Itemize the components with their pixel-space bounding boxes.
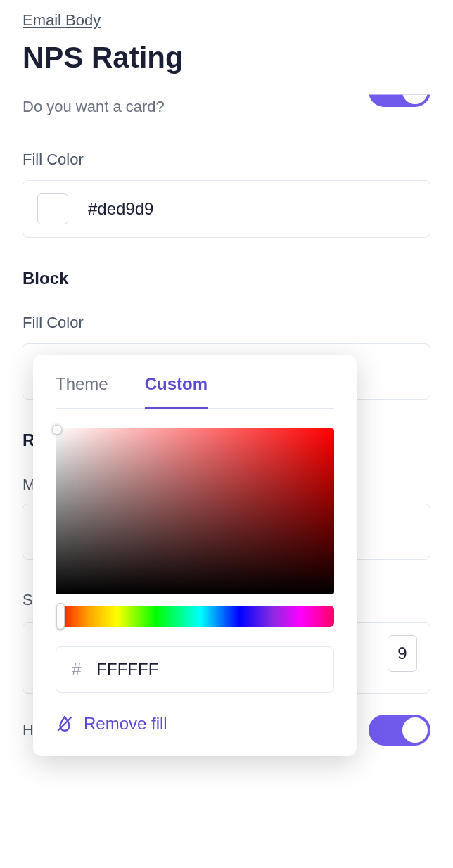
card-toggle[interactable] bbox=[369, 76, 430, 107]
help-text-toggle[interactable] bbox=[369, 715, 430, 746]
tab-custom[interactable]: Custom bbox=[145, 374, 208, 409]
remove-fill-label: Remove fill bbox=[84, 714, 167, 734]
card-prompt-row: Do you want a card? bbox=[23, 91, 430, 122]
fill-color-value: #ded9d9 bbox=[88, 199, 153, 219]
card-prompt-text: Do you want a card? bbox=[23, 98, 165, 116]
score-last[interactable]: 9 bbox=[388, 635, 417, 672]
saturation-value-panel[interactable] bbox=[56, 428, 334, 594]
block-heading: Block bbox=[23, 269, 430, 288]
hex-hash: # bbox=[72, 660, 81, 679]
hex-input[interactable]: # bbox=[56, 646, 334, 693]
remove-fill-icon bbox=[56, 715, 74, 733]
fill-color-swatch[interactable] bbox=[37, 193, 68, 224]
hue-thumb[interactable] bbox=[56, 603, 65, 630]
toggle-knob bbox=[402, 717, 428, 743]
remove-fill-button[interactable]: Remove fill bbox=[56, 714, 334, 734]
breadcrumb-email-body[interactable]: Email Body bbox=[23, 11, 101, 30]
hue-slider[interactable] bbox=[56, 606, 334, 627]
hex-value-input[interactable] bbox=[96, 660, 237, 679]
color-picker-popover: Theme Custom # Remove fill bbox=[33, 355, 357, 756]
sv-thumb[interactable] bbox=[53, 426, 61, 434]
page-title: NPS Rating bbox=[23, 41, 430, 75]
fill-color-label: Fill Color bbox=[23, 151, 430, 169]
fill-color-field[interactable]: #ded9d9 bbox=[23, 180, 430, 238]
picker-tabs: Theme Custom bbox=[56, 374, 334, 409]
toggle-knob bbox=[402, 79, 428, 104]
block-fill-label: Fill Color bbox=[23, 314, 430, 332]
tab-theme[interactable]: Theme bbox=[56, 374, 108, 408]
